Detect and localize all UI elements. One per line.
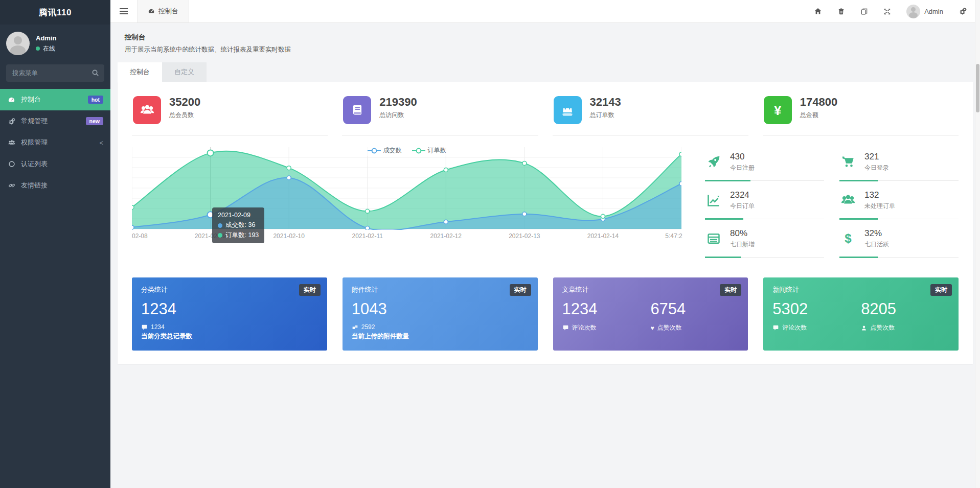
card-article-stats[interactable]: 文章统计 实时 1234 评论次数 6754 [553,277,748,351]
tab-dashboard[interactable]: 控制台 [118,62,162,82]
content-area: 控制台 用于展示当前系统中的统计数据、统计报表及重要实时数据 控制台 自定义 3… [110,24,980,488]
yen-icon: ¥ [764,96,792,124]
comment-icon [141,324,148,331]
card-title: 文章统计 [562,285,739,294]
table-icon [705,231,722,246]
today-stat-value: 321 [864,152,889,162]
comment-icon [772,324,779,331]
progress-bar [705,180,824,181]
comment-icon [562,324,569,331]
sidebar-item-label: 友情链接 [21,181,48,190]
content-tabs: 控制台 自定义 [118,62,973,82]
cogs-icon[interactable] [959,7,967,15]
today-stat-label: 今日注册 [730,164,755,172]
x-axis-label: 2021-02-14 [587,233,619,240]
summary-label: 总会员数 [169,111,200,120]
menu-search [6,64,104,82]
user-name: Admin [36,34,56,42]
shopping-bag-icon [554,96,582,124]
topbar-tab-dashboard[interactable]: 控制台 [137,0,189,22]
hot-badge: hot [88,96,103,104]
user-icon [861,325,867,331]
summary-card-orders: 32143 总订单数 [553,96,748,136]
rocket-icon [705,155,722,169]
search-input[interactable] [6,64,104,82]
x-axis-label: 2021-02-10 [273,233,304,240]
x-axis-label: 2021-02-12 [430,233,462,240]
card-title: 分类统计 [141,285,318,294]
summary-value: 174800 [800,96,837,108]
circle-icon [7,160,16,168]
today-stat-label: 未处理订单 [864,202,895,211]
today-stat-value: 430 [730,152,755,162]
card-attachment-stats[interactable]: 附件统计 实时 1043 2592 当前上传的附件数量 [343,277,538,351]
today-stat-value: 80% [730,228,755,239]
today-stat: 321今日登录 [839,147,959,181]
trash-icon[interactable] [837,8,845,15]
chart-legend: 成交数 订单数 [364,145,449,156]
scrollbar[interactable] [975,0,980,488]
summary-label: 总订单数 [590,111,621,120]
sidebar-item-dashboard[interactable]: 控制台 hot [0,89,110,110]
chart-canvas[interactable] [132,147,681,230]
card-news-stats[interactable]: 新闻统计 实时 5302 评论次数 8205 [763,277,959,351]
summary-value: 32143 [590,96,621,108]
sidebar-item-auth[interactable]: 权限管理 < [0,132,110,153]
chart-section: 成交数 订单数 02-082021-02-092021-02-102021-02… [118,136,973,264]
chart-x-axis: 02-082021-02-092021-02-102021-02-112021-… [132,231,681,242]
sidebar-item-general[interactable]: 常规管理 new [0,110,110,132]
card-title: 附件统计 [352,285,529,294]
avatar[interactable] [6,32,30,55]
users-icon [133,96,161,124]
summary-value: 35200 [169,96,200,108]
realtime-badge: 实时 [299,284,321,296]
card-category-stats[interactable]: 分类统计 实时 1234 1234 当前分类总记录数 [132,277,327,351]
search-icon[interactable] [92,69,99,77]
today-stat-label: 七日新增 [730,240,755,249]
orders-chart[interactable]: 成交数 订单数 02-082021-02-092021-02-102021-02… [132,147,681,262]
sidebar-item-links[interactable]: 友情链接 [0,175,110,196]
today-stat-value: 2324 [730,190,755,200]
realtime-badge: 实时 [720,284,741,296]
expand-icon[interactable] [883,8,891,15]
hamburger-menu-icon[interactable] [110,0,137,22]
link-icon [7,182,16,189]
realtime-badge: 实时 [930,284,952,296]
topbar-user[interactable]: Admin [906,5,943,18]
progress-bar [839,219,959,219]
page-description: 用于展示当前系统中的统计数据、统计报表及重要实时数据 [125,45,966,54]
tab-custom[interactable]: 自定义 [162,62,207,82]
progress-bar [839,257,959,258]
sidebar-menu: 控制台 hot 常规管理 new 权限管理 < [0,89,110,196]
avatar [906,5,920,18]
card-value: 1043 [352,300,529,318]
legend-item-deals[interactable]: 成交数 [368,146,402,155]
scrollbar-thumb[interactable] [976,64,979,112]
today-stat: 80%七日新增 [705,224,824,258]
copy-icon[interactable] [860,8,868,15]
user-status: 在线 [36,44,56,53]
page-header: 控制台 用于展示当前系统中的统计数据、统计报表及重要实时数据 [110,24,980,60]
users-icon [7,139,16,147]
sidebar-item-label: 控制台 [21,95,41,104]
cubes-icon [352,324,358,331]
progress-bar [839,180,959,181]
card-description: 当前上传的附件数量 [352,332,529,341]
page-title: 控制台 [125,33,966,42]
today-stat-value: 32% [864,228,889,239]
tachometer-icon [148,8,155,15]
card-value: 1234 [141,300,318,318]
card-metric-likes: 6754 ♥ 点赞次数 [650,294,739,332]
summary-label: 总金额 [800,111,837,120]
summary-card-amount: ¥ 174800 总金额 [763,96,959,136]
home-icon[interactable] [814,7,822,15]
user-status-label: 在线 [43,44,55,53]
card-sub: 1234 [141,323,318,331]
legend-item-orders[interactable]: 订单数 [412,146,446,155]
new-badge: new [86,117,103,125]
today-stat: 430今日注册 [705,147,824,181]
today-stat: 132未处理订单 [839,185,959,219]
summary-card-members: 35200 总会员数 [132,96,328,136]
sidebar-item-cert-list[interactable]: 认证列表 [0,153,110,175]
cart-icon [839,155,857,169]
